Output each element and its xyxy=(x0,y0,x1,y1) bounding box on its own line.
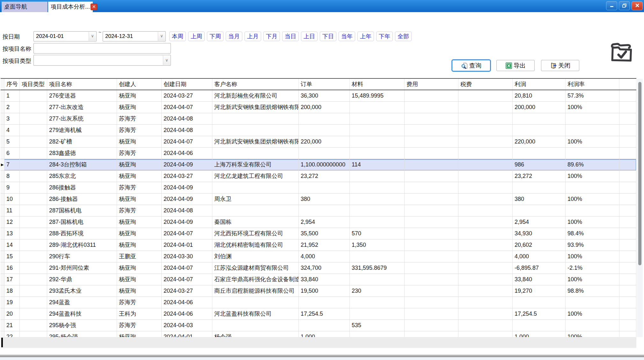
date-quick-link[interactable]: 上月 xyxy=(245,32,261,41)
table-row[interactable]: 14289-湖北优科0311杨亚珣2024-04-01湖北优科精密制造有限公司2… xyxy=(1,239,636,251)
table-row[interactable]: 1276变送器杨亚珣2024-03-27河北新彭楠焦化有限公司36,30015,… xyxy=(1,90,636,102)
cell-expense xyxy=(405,262,458,274)
table-row[interactable]: 9286接触器苏海芳2024-04-09 xyxy=(1,182,636,194)
close-button[interactable]: 关闭 xyxy=(541,60,579,71)
table-row[interactable]: 2277-出灰改造杨亚珣2024-04-07河北新武安钢铁集团烘熔钢铁有限200… xyxy=(1,102,636,113)
table-row[interactable]: 6283鑫盛德苏海芳2024-04-06 xyxy=(1,148,636,159)
folder-check-icon[interactable] xyxy=(610,40,634,63)
tab-project-cost-analysis[interactable]: 项目成本分析... ✕ xyxy=(48,2,93,12)
date-quick-link[interactable]: 当日 xyxy=(282,32,299,41)
table-row[interactable]: 16291-郑州同位素杨亚珣2024-04-07江苏泓众源建材商贸有限公司324… xyxy=(1,262,636,274)
cell-filler xyxy=(619,194,636,205)
cell-creator: 苏海芳 xyxy=(117,148,162,159)
date-to-input[interactable] xyxy=(103,32,165,41)
cell-date: 2024-04-03 xyxy=(162,320,212,331)
table-row[interactable]: 11287国栋机电苏海芳2024-04-08 xyxy=(1,205,636,217)
column-header-profit[interactable]: 利润 xyxy=(513,79,566,90)
query-button[interactable]: 查询 xyxy=(452,60,490,71)
date-quick-link[interactable]: 下年 xyxy=(376,32,393,41)
cell-date: 2024-04-07 xyxy=(162,102,212,113)
close-window-button[interactable] xyxy=(632,1,643,10)
column-header-seq[interactable]: 序号 xyxy=(4,79,20,90)
cell-filler xyxy=(619,320,636,331)
date-quick-link[interactable]: 全部 xyxy=(395,32,412,41)
cell-profit: 23,272 xyxy=(513,171,566,182)
table-row[interactable]: 15290行车王鹏亚2024-03-30刘伯渊4,0004,000100% xyxy=(1,251,636,262)
column-header-expense[interactable]: 费用 xyxy=(405,79,458,90)
cell-customer: 江苏泓众源建材商贸有限公司 xyxy=(212,262,299,274)
chevron-down-icon[interactable]: ∨ xyxy=(89,32,96,41)
date-quick-link[interactable]: 上日 xyxy=(301,32,318,41)
column-header-type[interactable]: 项目类型 xyxy=(20,79,47,90)
column-header-margin[interactable]: 利润率 xyxy=(566,79,619,90)
date-quick-link[interactable]: 上年 xyxy=(357,32,374,41)
table-row[interactable]: 12287-国栋机电杨亚珣2024-04-09秦国栋2,9542,954100% xyxy=(1,217,636,228)
project-name-field[interactable] xyxy=(33,43,171,54)
row-gutter xyxy=(1,297,4,308)
table-row[interactable]: 17292-华鼎杨亚珣2024-04-07石家庄华鼎高科强化合金设备制造33,8… xyxy=(1,274,636,285)
chevron-down-icon[interactable]: ∨ xyxy=(158,32,165,41)
cell-customer xyxy=(212,113,299,125)
tab-close-icon[interactable]: ✕ xyxy=(91,4,97,10)
app-window: 桌面导航 项目成本分析... ✕ 按日期 ∨ ~ ∨ 本周上周下周当月上月下月当… xyxy=(0,0,644,360)
cell-tax xyxy=(458,217,513,228)
date-from-input[interactable] xyxy=(34,32,96,41)
column-header-name[interactable]: 项目名称 xyxy=(47,79,117,90)
table-row[interactable]: ▶7284-3台控制箱杨亚珣2024-04-09上海万科泵业有限公司1,100.… xyxy=(1,159,636,171)
vertical-scrollbar[interactable] xyxy=(637,79,643,337)
cell-margin: 100% xyxy=(566,251,619,262)
column-header-date[interactable]: 创建日期 xyxy=(162,79,212,90)
date-quick-link[interactable]: 当月 xyxy=(226,32,242,41)
table-row[interactable]: 22295-杨令强杨亚珣2024-04-01杨令强1,0001,000100% xyxy=(1,331,636,337)
column-header-customer[interactable]: 客户名称 xyxy=(212,79,299,90)
column-header-tax[interactable]: 税费 xyxy=(458,79,513,90)
date-quick-link[interactable]: 本周 xyxy=(169,32,186,41)
table-row[interactable]: 5282-矿槽杨亚珣2024-04-07河北新武安钢铁集团烘熔钢铁有限220,0… xyxy=(1,136,636,148)
table-row[interactable]: 3277-出灰系统苏海芳2024-04-08 xyxy=(1,113,636,125)
date-quick-link[interactable]: 上周 xyxy=(188,32,205,41)
export-button[interactable]: 导出 xyxy=(496,60,535,71)
chevron-down-icon[interactable]: ∨ xyxy=(163,55,170,65)
cell-date: 2024-04-06 xyxy=(162,148,212,159)
column-header-creator[interactable]: 创建人 xyxy=(117,79,162,90)
cell-profit: 2,954 xyxy=(513,217,566,228)
column-header-order[interactable]: 订单 xyxy=(299,79,350,90)
table-row[interactable]: 10286-接触器杨亚珣2024-04-09周永卫380380100% xyxy=(1,194,636,205)
cell-customer: 湖北优科精密制造有限公司 xyxy=(212,239,299,251)
vertical-scrollbar-thumb[interactable] xyxy=(638,82,641,265)
table-row[interactable]: 20294蓝盈科技王科为2024-04-06河北蓝盈科技有限公司17,254.5… xyxy=(1,308,636,320)
table-row[interactable]: 21295杨令强苏海芳2024-04-03535 xyxy=(1,320,636,331)
minimize-button[interactable] xyxy=(606,1,617,10)
date-quick-link[interactable]: 当年 xyxy=(339,32,355,41)
horizontal-scroll-cursor[interactable] xyxy=(1,338,3,347)
column-header-material[interactable]: 材料 xyxy=(350,79,405,90)
project-name-input[interactable] xyxy=(34,43,171,53)
date-quick-link[interactable]: 下周 xyxy=(207,32,223,41)
tab-desktop-navigation[interactable]: 桌面导航 xyxy=(2,2,48,12)
cell-order: 21,952 xyxy=(299,239,350,251)
table-row[interactable]: 4279途海机械苏海芳2024-04-08 xyxy=(1,125,636,136)
date-from-combobox[interactable]: ∨ xyxy=(33,31,97,41)
cell-type xyxy=(20,90,47,102)
cell-type xyxy=(20,262,47,274)
project-type-input[interactable] xyxy=(34,55,171,65)
cell-expense xyxy=(405,217,458,228)
date-quick-link[interactable]: 下日 xyxy=(320,32,336,41)
table-row[interactable]: 13288-西拓环境杨亚珣2024-04-07河北西拓环境工程有限公司35,50… xyxy=(1,228,636,239)
cell-customer xyxy=(212,182,299,194)
project-type-combobox[interactable]: ∨ xyxy=(33,55,171,66)
cell-date: 2024-04-09 xyxy=(162,159,212,171)
cell-material xyxy=(350,194,405,205)
date-quick-link[interactable]: 下月 xyxy=(263,32,280,41)
cell-expense xyxy=(405,308,458,320)
table-row[interactable]: 18293孟氏木业杨亚珣2024-03-27商丘市启程新能源科技有限公司19,5… xyxy=(1,285,636,297)
cell-filler xyxy=(619,228,636,239)
horizontal-scrollbar[interactable] xyxy=(1,337,636,348)
cell-profit: 33,840 xyxy=(513,274,566,285)
date-to-combobox[interactable]: ∨ xyxy=(103,31,166,41)
row-gutter xyxy=(1,182,4,194)
restore-button[interactable] xyxy=(619,1,630,10)
cell-margin: 100% xyxy=(566,274,619,285)
table-row[interactable]: 8285东京北杨亚珣2024-03-27河北亿龙建筑工程有限公司23,27223… xyxy=(1,171,636,182)
table-row[interactable]: 19294蓝盈苏海芳2024-04-06 xyxy=(1,297,636,308)
